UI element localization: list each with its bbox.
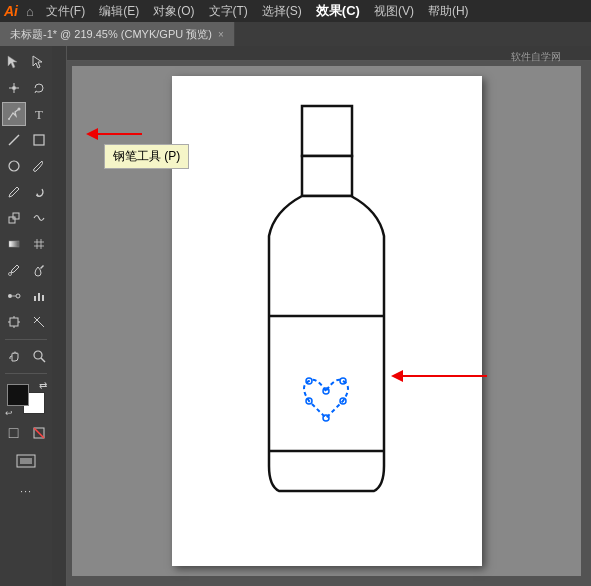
blend-chart-row [2,284,51,308]
svg-point-20 [8,273,11,276]
svg-rect-24 [34,296,36,301]
tab-close-button[interactable]: × [218,29,224,40]
svg-rect-14 [13,213,19,219]
paint-bucket-tool[interactable] [27,258,51,282]
svg-rect-11 [34,135,44,145]
app-logo: Ai [4,3,18,19]
chart-tool[interactable] [27,284,51,308]
menu-file[interactable]: 文件(F) [40,1,91,22]
svg-rect-39 [302,156,352,196]
screen-mode-button[interactable] [14,449,38,473]
stroke-fill-row: □ [2,421,51,445]
svg-rect-26 [42,295,44,301]
home-icon[interactable]: ⌂ [26,4,34,19]
mesh-tool[interactable] [27,232,51,256]
hand-zoom-row [2,344,51,368]
svg-point-6 [12,86,16,90]
svg-text:T: T [35,107,43,121]
scale-tool[interactable] [2,206,26,230]
selection-tools-row [2,50,51,74]
gradient-mesh-row [2,232,51,256]
no-stroke-button[interactable] [27,421,51,445]
zoom-tool[interactable] [27,344,51,368]
menu-bar: Ai ⌂ 文件(F) 编辑(E) 对象(O) 文字(T) 选择(S) 效果(C)… [0,0,591,22]
heart-annotation-arrow [377,361,497,391]
pencil-rotate-row [2,180,51,204]
svg-rect-25 [38,293,40,301]
wand-lasso-row [2,76,51,100]
more-tools-row: ··· [14,479,38,503]
gradient-tool[interactable] [2,232,26,256]
menu-text[interactable]: 文字(T) [203,1,254,22]
menu-object[interactable]: 对象(O) [147,1,200,22]
menu-edit[interactable]: 编辑(E) [93,1,145,22]
svg-point-12 [9,161,19,171]
svg-rect-15 [9,241,19,247]
canvas-area[interactable]: 软件自学网 WWW.RJZXW.COM [52,46,591,586]
ellipse-brush-row [2,154,51,178]
main-layout: T [0,46,591,586]
artboard-slice-row [2,310,51,334]
vertical-ruler [52,46,67,586]
eyedropper-paint-row [2,258,51,282]
lasso-tool[interactable] [27,76,51,100]
artboard [172,76,482,566]
rect-tool[interactable] [27,128,51,152]
brush-tool[interactable] [27,154,51,178]
direct-select-tool[interactable] [27,50,51,74]
line-shape-row [2,128,51,152]
eyedropper-tool[interactable] [2,258,26,282]
left-toolbar: T [0,46,52,586]
horizontal-ruler [52,46,591,61]
svg-point-7 [17,108,20,111]
svg-point-21 [8,294,12,298]
selection-tool[interactable] [2,50,26,74]
svg-point-32 [34,351,42,359]
tab-title: 未标题-1* @ 219.45% (CMYK/GPU 预览) [10,27,212,42]
hand-tool[interactable] [2,344,26,368]
menu-effect[interactable]: 效果(C) [310,0,366,22]
screen-mode-row [14,449,38,473]
document-tab[interactable]: 未标题-1* @ 219.45% (CMYK/GPU 预览) × [0,22,235,46]
more-tools-button[interactable]: ··· [14,479,38,503]
magic-wand-tool[interactable] [2,76,26,100]
tab-bar: 未标题-1* @ 219.45% (CMYK/GPU 预览) × [0,22,591,46]
svg-rect-13 [9,217,15,223]
ellipse-tool[interactable] [2,154,26,178]
warp-tool[interactable] [27,206,51,230]
pencil-tool[interactable] [2,180,26,204]
svg-line-10 [9,135,19,145]
bottle-illustration [244,96,409,546]
svg-rect-38 [302,106,352,156]
svg-marker-0 [8,56,17,68]
svg-marker-1 [33,56,42,68]
svg-rect-27 [10,318,18,326]
svg-line-33 [41,358,45,362]
blend-tool[interactable] [2,284,26,308]
toolbar-separator-2 [5,373,47,374]
swap-colors[interactable]: ⇄ [39,380,47,391]
artboard-tool[interactable] [2,310,26,334]
menu-help[interactable]: 帮助(H) [422,1,475,22]
menu-select[interactable]: 选择(S) [256,1,308,22]
svg-point-22 [16,294,20,298]
slice-tool[interactable] [27,310,51,334]
reset-colors[interactable]: ↩ [5,408,13,418]
toolbar-separator [5,339,47,340]
line-tool[interactable] [2,128,26,152]
pen-tool[interactable] [2,102,26,126]
svg-rect-37 [20,458,32,464]
document-canvas [72,66,581,576]
svg-point-8 [8,118,10,120]
no-fill-button[interactable]: □ [2,421,26,445]
color-swatches: ⇄ ↩ [5,380,47,418]
pen-tools-row: T [2,102,51,126]
rotate-tool[interactable] [27,180,51,204]
svg-line-35 [34,428,44,438]
foreground-color-box[interactable] [7,384,29,406]
scale-warp-row [2,206,51,230]
menu-view[interactable]: 视图(V) [368,1,420,22]
type-tool[interactable]: T [27,102,51,126]
